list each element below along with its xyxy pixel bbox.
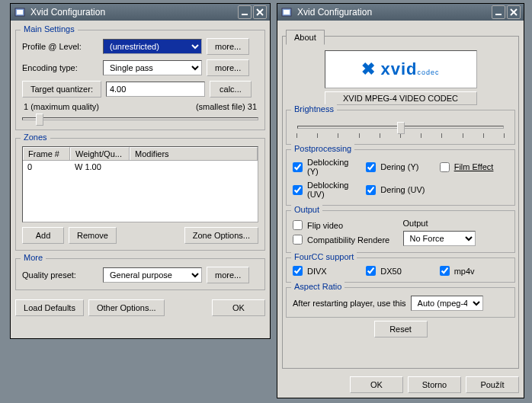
logo-x-icon: ✖	[361, 59, 376, 79]
aspect-legend: Aspect Ratio	[291, 282, 345, 291]
app-icon	[14, 6, 26, 18]
zone-options-button[interactable]: Zone Options...	[184, 227, 258, 244]
brightness-group: Brightness	[286, 110, 515, 145]
deblocking-uv-checkbox[interactable]	[293, 185, 303, 195]
pouzit-button[interactable]: Použít	[466, 376, 519, 393]
compat-renderer-checkbox[interactable]	[293, 235, 303, 245]
storno-button[interactable]: Storno	[408, 376, 461, 393]
fourcc-dx50-label: DX50	[380, 267, 402, 276]
output-label: Output	[403, 219, 509, 228]
svg-rect-1	[17, 10, 23, 14]
brightness-legend: Brightness	[291, 104, 337, 114]
target-quantizer-button[interactable]: Target quantizer:	[22, 81, 101, 98]
aspect-text: After restarting player, use this	[293, 299, 406, 308]
postprocessing-legend: Postprocessing	[291, 144, 354, 153]
zones-legend: Zones	[21, 133, 50, 142]
zone-weight-cell: W 1.00	[70, 161, 130, 173]
deblocking-y-label: Deblocking (Y)	[307, 158, 361, 176]
more-group: More Quality preset: General purpose mor…	[15, 258, 265, 290]
more-legend: More	[21, 253, 46, 262]
main-settings-group: Main Settings Profile @ Level: (unrestri…	[15, 30, 265, 130]
output-force-select[interactable]: No Force	[403, 231, 476, 246]
flip-video-label: Flip video	[307, 221, 343, 230]
dering-uv-checkbox[interactable]	[366, 185, 376, 195]
window-title: Xvid Configuration	[30, 7, 238, 18]
logo-sub-text: codec	[418, 69, 440, 76]
app-icon	[280, 6, 293, 18]
profile-select[interactable]: (unrestricted)	[103, 39, 202, 54]
fourcc-dx50-checkbox[interactable]	[366, 266, 376, 276]
minimize-button[interactable]	[492, 5, 505, 19]
encoding-label: Encoding type:	[22, 63, 98, 72]
zones-header-weight[interactable]: Weight/Qu...	[70, 147, 130, 160]
fourcc-divx-label: DIVX	[307, 267, 327, 276]
tabs-container: About ✖ xvidcodec XVID MPEG-4 VIDEO CODE…	[282, 36, 519, 369]
titlebar-left: Xvid Configuration	[11, 4, 270, 21]
fourcc-group: FourCC support DIVX DX50 mp4v	[286, 257, 515, 283]
target-quantizer-input[interactable]	[106, 82, 205, 97]
zone-frame-cell: 0	[23, 161, 70, 173]
fourcc-divx-checkbox[interactable]	[293, 266, 303, 276]
codec-caption: XVID MPEG-4 VIDEO CODEC	[325, 91, 477, 105]
quality-max-label: (smallest file) 31	[196, 102, 257, 111]
dering-uv-label: Dering (UV)	[380, 185, 425, 194]
logo-main-text: xvid	[380, 59, 417, 78]
remove-zone-button[interactable]: Remove	[69, 227, 117, 244]
quality-preset-select[interactable]: General purpose	[103, 267, 202, 283]
fourcc-legend: FourCC support	[291, 252, 357, 261]
quality-slider[interactable]	[22, 114, 258, 123]
add-zone-button[interactable]: Add	[22, 227, 64, 244]
output-group: Output Flip video Compatibility Rendere …	[286, 210, 515, 253]
postprocessing-group: Postprocessing Deblocking (Y) Dering (Y)…	[286, 149, 515, 206]
profile-label: Profile @ Level:	[22, 42, 98, 51]
zone-mods-cell	[130, 161, 258, 173]
table-row[interactable]: 0 W 1.00	[23, 161, 258, 173]
reset-button[interactable]: Reset	[374, 321, 428, 337]
ok-button-left[interactable]: OK	[212, 299, 265, 316]
compat-renderer-label: Compatibility Rendere	[307, 235, 389, 245]
close-button[interactable]	[507, 5, 521, 19]
load-defaults-button[interactable]: Load Defaults	[15, 299, 84, 316]
deblocking-uv-label: Deblocking (UV)	[307, 181, 361, 199]
dering-y-label: Dering (Y)	[380, 162, 418, 171]
tab-about[interactable]: About	[286, 30, 325, 45]
close-button[interactable]	[253, 5, 267, 19]
film-effect-checkbox[interactable]	[440, 162, 450, 172]
aspect-ratio-group: Aspect Ratio After restarting player, us…	[286, 287, 515, 318]
deblocking-y-checkbox[interactable]	[293, 162, 303, 172]
xvid-config-window-right: Xvid Configuration About ✖ xvidcodec	[277, 3, 524, 398]
brightness-slider[interactable]	[297, 123, 504, 132]
flip-video-checkbox[interactable]	[293, 220, 303, 230]
xvid-config-window-left: Xvid Configuration Main Settings Profile…	[10, 3, 271, 339]
minimize-button[interactable]	[238, 5, 252, 19]
fourcc-mp4v-checkbox[interactable]	[440, 266, 450, 276]
main-settings-legend: Main Settings	[21, 24, 78, 34]
dering-y-checkbox[interactable]	[366, 162, 376, 172]
zones-header-modifiers[interactable]: Modifiers	[130, 147, 258, 160]
fourcc-mp4v-label: mp4v	[454, 267, 475, 276]
zones-header-frame[interactable]: Frame #	[23, 147, 70, 160]
calc-button[interactable]: calc...	[210, 81, 252, 98]
quality-min-label: 1 (maximum quality)	[24, 102, 99, 111]
window-title: Xvid Configuration	[297, 7, 492, 18]
quality-preset-label: Quality preset:	[22, 270, 98, 280]
xvid-logo: ✖ xvidcodec	[325, 50, 477, 88]
encoding-select[interactable]: Single pass	[103, 60, 202, 75]
zones-table[interactable]: Frame # Weight/Qu... Modifiers 0 W 1.00	[22, 146, 258, 222]
encoding-more-button[interactable]: more...	[207, 59, 249, 76]
other-options-button[interactable]: Other Options...	[88, 299, 165, 316]
output-legend: Output	[291, 205, 322, 214]
svg-rect-6	[284, 10, 290, 14]
aspect-select[interactable]: Auto (mpeg-4 fi	[411, 296, 483, 311]
quality-more-button[interactable]: more...	[207, 267, 249, 283]
titlebar-right: Xvid Configuration	[277, 4, 524, 21]
film-effect-label: Film Effect	[454, 162, 494, 171]
profile-more-button[interactable]: more...	[207, 38, 249, 55]
ok-button-right[interactable]: OK	[350, 376, 403, 393]
zones-group: Zones Frame # Weight/Qu... Modifiers 0 W…	[15, 138, 265, 251]
